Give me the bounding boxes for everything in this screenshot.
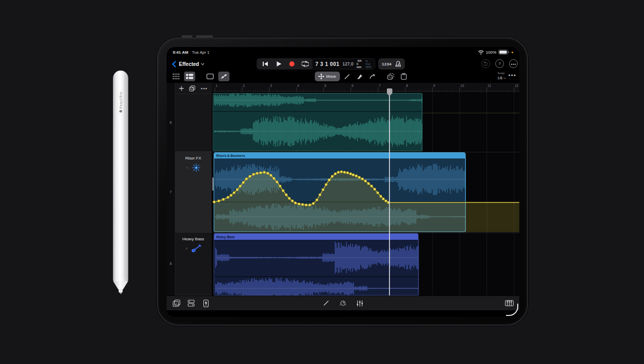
copy-button[interactable] (385, 72, 397, 81)
tracks-lane-area[interactable]: 123456789101112 Risers & Boomers Heavy B… (212, 83, 519, 295)
record-button[interactable] (287, 59, 297, 69)
burst-icon (192, 163, 201, 172)
browser-button[interactable] (170, 72, 181, 81)
project-title: Effected (179, 61, 199, 67)
volume-buttons (196, 35, 213, 37)
clock: 9:41 AM (173, 50, 188, 55)
pencil-engraving: Pencil Pro (118, 83, 124, 121)
key-signature-display: 4/4 C min (356, 59, 362, 69)
midi-in-out: In Out (365, 59, 372, 65)
count-in-button[interactable]: 1234 (382, 62, 392, 66)
bottom-toolbar: ♪ (167, 295, 519, 310)
region-inspector-button[interactable] (204, 72, 216, 81)
toolbar-more-button[interactable]: ●●● (508, 73, 516, 77)
track-number: 7 (167, 190, 175, 194)
ruler-bar-label: 2 (243, 84, 245, 87)
tracks-view-button[interactable] (184, 72, 195, 81)
region-heavy-bass[interactable]: Heavy Bass (214, 233, 419, 295)
snap-value: 1/8 (497, 76, 502, 80)
ruler-bar-label: 11 (488, 84, 491, 87)
project-menu[interactable]: Effected (179, 59, 204, 69)
help-glyph: ? (498, 61, 500, 66)
snap-control[interactable]: Snap 1/8 (497, 71, 506, 80)
bass-guitar-icon (191, 244, 201, 253)
ruler-bar-label: 9 (433, 84, 435, 87)
recording-indicator-dot (512, 52, 513, 53)
ellipsis-icon: ●●● (511, 62, 516, 65)
metronome-button[interactable] (395, 61, 401, 67)
main-toolbar: Effected (167, 57, 519, 71)
pencil-label-text: Pencil Pro (119, 92, 123, 109)
lcd-display[interactable]: 7 3 1 001 127,0 4/4 C min In Out MIDI (312, 58, 375, 70)
battery-percent: 100% (486, 50, 496, 55)
track-state-dot[interactable] (186, 167, 188, 169)
paste-button[interactable] (398, 72, 409, 81)
track-list-more-button[interactable]: ●●● (201, 87, 208, 90)
cycle-button[interactable] (300, 59, 310, 69)
track-header-column: 6 7 8 ●●● (167, 83, 212, 295)
pencil-edit-button[interactable] (321, 298, 331, 308)
chevron-down-icon (503, 77, 506, 79)
date: Tue Apr 1 (192, 50, 209, 55)
tempo-display: 127,0 (342, 61, 353, 66)
track-header-riser-fx[interactable]: Riser FX (175, 152, 212, 233)
transport-controls (257, 58, 314, 70)
playhead-line (389, 89, 390, 295)
track-number-strip: 6 7 8 (167, 83, 175, 295)
plugins-button[interactable] (186, 298, 196, 308)
midi-activity-display: In Out MIDI (365, 59, 372, 69)
ruler-bar-label: 5 (325, 84, 327, 87)
apple-pencil-pro: Pencil Pro (113, 71, 128, 294)
curve-tool-button[interactable] (367, 72, 378, 81)
ruler-bar-label: 3 (270, 84, 272, 87)
ruler-bar-label: 10 (461, 84, 464, 87)
track-name: Riser FX (185, 156, 201, 161)
fader-button[interactable] (201, 298, 211, 308)
svg-text:♪: ♪ (175, 302, 177, 306)
chevron-down-icon (201, 63, 204, 65)
key: C min (356, 62, 362, 69)
track-name: Heavy Bass (182, 237, 204, 242)
product-photo-stage: Pencil Pro 9:41 AM Tue Apr 1 100% (0, 0, 644, 364)
mixer-button[interactable] (355, 298, 365, 308)
duplicate-track-button[interactable] (189, 85, 195, 92)
apple-logo-icon (119, 110, 122, 112)
track-list-toolbar: ●●● (175, 83, 212, 94)
track-header-6[interactable] (175, 94, 212, 152)
controls-knob-button[interactable] (338, 298, 348, 308)
track-number: 8 (167, 262, 175, 265)
track-header-heavy-bass[interactable]: Heavy Bass (175, 233, 212, 295)
ruler-bar-label: 8 (406, 84, 408, 87)
ruler-bar-label: 4 (297, 84, 300, 87)
undo-button[interactable] (481, 59, 490, 68)
play-button[interactable] (273, 59, 284, 69)
help-button[interactable]: ? (495, 59, 504, 68)
go-to-beginning-button[interactable] (260, 59, 270, 69)
move-tool-label: Move (326, 74, 336, 79)
more-options-button[interactable]: ●●● (509, 59, 518, 68)
loop-browser-button[interactable]: ♪ (171, 298, 181, 308)
region-risers-and-boomers[interactable]: Risers & Boomers (214, 152, 466, 232)
snap-label: Snap (497, 71, 504, 76)
move-tool-button[interactable]: Move (315, 72, 340, 81)
brush-tool-button[interactable] (354, 72, 365, 81)
vertical-scrollbar[interactable] (212, 177, 214, 191)
top-button (181, 35, 193, 37)
arrange-workspace: 6 7 8 ●●● (167, 83, 519, 295)
pencil-tip-point (120, 292, 122, 294)
ruler-bar-label: 1 (216, 84, 218, 87)
pencil-tool-button[interactable] (341, 72, 353, 81)
track-number: 6 (167, 121, 175, 124)
metronome-group: 1234 (378, 58, 405, 70)
automation-view-button[interactable] (218, 72, 229, 81)
add-track-button[interactable] (179, 86, 184, 91)
region-name: Heavy Bass (216, 235, 235, 239)
track-state-dot[interactable] (186, 247, 188, 249)
pencil-flat-edge (125, 76, 125, 278)
ipad-device: 9:41 AM Tue Apr 1 100% (157, 37, 528, 326)
edit-toolbar: Move (167, 71, 519, 83)
screen-corner-highlight (506, 304, 518, 316)
region-track6[interactable] (213, 93, 422, 151)
back-button[interactable] (170, 59, 178, 69)
ruler-bar-label: 12 (515, 84, 518, 87)
